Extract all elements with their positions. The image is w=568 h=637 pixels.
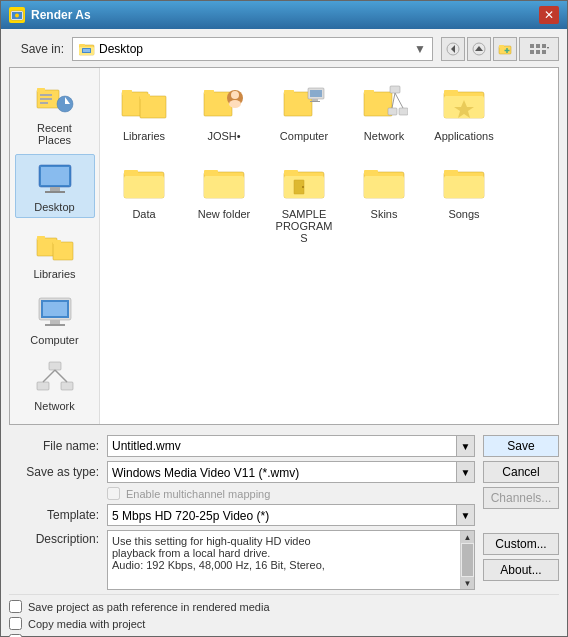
file-label-network: Network (364, 130, 404, 142)
back-button[interactable] (441, 37, 465, 61)
svg-rect-90 (444, 176, 484, 198)
save-in-value: Desktop (99, 42, 410, 56)
svg-rect-78 (204, 170, 218, 175)
new-folder-button[interactable] (493, 37, 517, 61)
file-item-new-folder[interactable]: New folder (188, 154, 260, 248)
file-label-skins: Skins (371, 208, 398, 220)
checkbox-copy-media[interactable] (9, 617, 22, 630)
file-item-computer[interactable]: Computer (268, 76, 340, 146)
sidebar-item-recent-places[interactable]: Recent Places (15, 76, 95, 150)
checkbox-label-save-project-path: Save project as path reference in render… (28, 601, 270, 613)
svg-rect-62 (312, 99, 318, 101)
template-value: 5 Mbps HD 720-25p Video (*) (108, 505, 456, 525)
svg-rect-54 (204, 90, 214, 94)
checkbox-row-save-project-path: Save project as path reference in render… (9, 599, 559, 614)
svg-point-84 (302, 186, 304, 188)
save-in-label: Save in: (9, 42, 64, 56)
description-label: Description: (9, 530, 99, 546)
file-item-skins[interactable]: Skins (348, 154, 420, 248)
checkboxes-section: Save project as path reference in render… (9, 594, 559, 637)
svg-rect-6 (79, 44, 85, 47)
network-icon (35, 358, 75, 398)
file-item-network[interactable]: Network (348, 76, 420, 146)
window-icon (9, 7, 25, 23)
file-name-combo[interactable]: Untitled.wmv ▼ (107, 435, 475, 457)
enable-multichannel-label: Enable multichannel mapping (126, 488, 270, 500)
save-as-type-combo[interactable]: Windows Media Video V11 (*.wmv) ▼ (107, 461, 475, 483)
channels-button[interactable]: Channels... (483, 487, 559, 509)
up-button[interactable] (467, 37, 491, 61)
enable-multichannel-checkbox[interactable] (107, 487, 120, 500)
template-dropdown[interactable]: ▼ (456, 505, 474, 525)
folder-icon (79, 41, 95, 57)
save-in-row: Save in: Desktop ▼ (9, 37, 559, 61)
svg-rect-41 (43, 302, 67, 316)
file-label-songs: Songs (448, 208, 479, 220)
svg-rect-63 (310, 101, 320, 102)
file-label-new-folder: New folder (198, 208, 251, 220)
save-as-type-dropdown[interactable]: ▼ (456, 462, 474, 482)
save-in-combo[interactable]: Desktop ▼ (72, 37, 433, 61)
file-item-libraries[interactable]: Libraries (108, 76, 180, 146)
sidebar-label-recent-places: Recent Places (21, 122, 89, 146)
about-button[interactable]: About... (483, 559, 559, 581)
svg-rect-68 (399, 108, 408, 115)
svg-line-48 (55, 370, 67, 382)
close-button[interactable]: ✕ (539, 6, 559, 24)
svg-rect-81 (284, 170, 298, 175)
file-name-dropdown[interactable]: ▼ (456, 436, 474, 456)
scroll-down-btn[interactable]: ▼ (461, 577, 474, 589)
sidebar-item-libraries[interactable]: Libraries (15, 222, 95, 284)
render-as-window: Render As ✕ Save in: Desktop ▼ (0, 0, 568, 637)
file-item-josh[interactable]: JOSH• (188, 76, 260, 146)
save-button[interactable]: Save (483, 435, 559, 457)
file-icon-skins (360, 158, 408, 206)
file-icon-network (360, 80, 408, 128)
scroll-up-btn[interactable]: ▲ (461, 531, 474, 543)
nav-buttons (441, 37, 559, 61)
svg-rect-76 (124, 176, 164, 198)
save-as-type-label: Save as type: (9, 465, 99, 479)
sidebar-label-libraries: Libraries (33, 268, 75, 280)
file-item-sample-programs[interactable]: SAMPLE PROGRAMS (268, 154, 340, 248)
file-label-applications: Applications (434, 130, 493, 142)
file-icon-applications (440, 80, 488, 128)
svg-rect-26 (40, 94, 52, 96)
svg-marker-23 (547, 47, 549, 49)
svg-rect-46 (61, 382, 73, 390)
side-buttons: Save Cancel Channels... Custom... About.… (483, 435, 559, 590)
save-in-arrow[interactable]: ▼ (414, 42, 426, 56)
view-button[interactable] (519, 37, 559, 61)
scroll-thumb (462, 544, 473, 576)
file-name-input[interactable]: Untitled.wmv (108, 436, 456, 456)
svg-rect-75 (124, 170, 138, 175)
svg-rect-86 (364, 170, 378, 175)
file-area: Libraries JOSH• Computer (100, 68, 558, 424)
cancel-button[interactable]: Cancel (483, 461, 559, 483)
svg-rect-43 (45, 324, 65, 326)
file-item-applications[interactable]: Applications (428, 76, 500, 146)
template-combo[interactable]: 5 Mbps HD 720-25p Video (*) ▼ (107, 504, 475, 526)
svg-line-69 (392, 93, 395, 108)
svg-rect-52 (140, 94, 150, 99)
svg-rect-25 (37, 88, 45, 92)
file-icon-songs (440, 158, 488, 206)
file-label-josh: JOSH• (207, 130, 240, 142)
title-bar-left: Render As (9, 7, 91, 23)
sidebar: Recent Places Desktop (10, 68, 100, 424)
template-row: Template: 5 Mbps HD 720-25p Video (*) ▼ (9, 504, 475, 526)
sidebar-item-computer[interactable]: Computer (15, 288, 95, 350)
sidebar-item-network[interactable]: Network (15, 354, 95, 416)
svg-rect-50 (122, 90, 132, 95)
svg-rect-17 (530, 44, 534, 48)
custom-button[interactable]: Custom... (483, 533, 559, 555)
sidebar-item-desktop[interactable]: Desktop (15, 154, 95, 218)
checkbox-save-project-path[interactable] (9, 600, 22, 613)
file-item-songs[interactable]: Songs (428, 154, 500, 248)
svg-rect-8 (83, 49, 90, 52)
file-item-data[interactable]: Data (108, 154, 180, 248)
svg-rect-37 (53, 242, 73, 260)
svg-rect-42 (50, 320, 60, 324)
checkbox-row-render-loop: Render loop region only (9, 633, 559, 637)
svg-rect-45 (37, 382, 49, 390)
